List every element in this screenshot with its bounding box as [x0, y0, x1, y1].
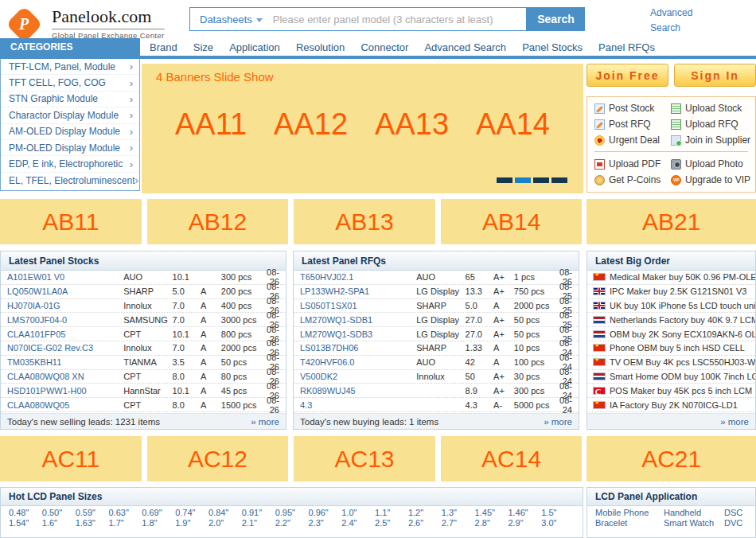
- size-link[interactable]: 1.63": [76, 518, 109, 528]
- search-category-dropdown[interactable]: Datasheets: [190, 14, 267, 25]
- size-link[interactable]: 1.8": [142, 518, 175, 528]
- size-link[interactable]: 0.69": [142, 508, 175, 517]
- nav-link[interactable]: Application: [229, 41, 280, 53]
- quick-link[interactable]: Join in Supplier: [671, 134, 750, 146]
- size-link[interactable]: 1.5": [541, 508, 575, 517]
- size-link[interactable]: 0.48": [9, 508, 42, 517]
- size-link[interactable]: 1.7": [108, 518, 142, 528]
- nav-link[interactable]: Size: [193, 41, 213, 53]
- nav-link[interactable]: Panel RFQs: [598, 41, 655, 53]
- slide-indicator[interactable]: [497, 177, 512, 183]
- model-link[interactable]: LS050T1SX01: [300, 301, 416, 310]
- ad-banner[interactable]: AC12: [147, 436, 289, 481]
- more-link[interactable]: » more: [544, 417, 572, 427]
- quick-link[interactable]: Upload Photo: [671, 158, 750, 170]
- sidebar-category-item[interactable]: STN Graphic Module ›: [1, 92, 139, 107]
- big-order-item[interactable]: TV OEM Buy 4K pcs LSC550HJ03-W: [587, 356, 755, 370]
- size-link[interactable]: 2.1": [242, 518, 275, 528]
- quick-link[interactable]: Post Stock: [594, 103, 671, 114]
- application-link[interactable]: Bracelet: [595, 518, 664, 528]
- model-link[interactable]: HSD101PWW1-H00: [7, 386, 123, 396]
- model-link[interactable]: CLAA101FP05: [7, 329, 123, 339]
- model-link[interactable]: T420HVF06.0: [300, 357, 416, 367]
- quick-link[interactable]: Upgrade to VIP: [671, 174, 750, 185]
- size-link[interactable]: 0.84": [208, 508, 242, 517]
- big-order-item[interactable]: Medical Maker buy 50K 0.96 PM-OLED: [587, 271, 755, 285]
- application-link[interactable]: DSC: [724, 508, 742, 517]
- model-link[interactable]: LM270WQ1-SDB1: [300, 315, 416, 325]
- sidebar-category-item[interactable]: TFT CELL, FOG, COG ›: [1, 75, 139, 91]
- size-link[interactable]: 2.7": [442, 518, 475, 528]
- more-link[interactable]: » more: [251, 417, 279, 427]
- size-link[interactable]: 2.4": [341, 518, 375, 528]
- model-link[interactable]: V500DK2: [300, 372, 416, 381]
- model-link[interactable]: LQ050W1LA0A: [7, 287, 123, 296]
- model-link[interactable]: CLAA080WQ08 XN: [7, 372, 123, 381]
- size-link[interactable]: 0.59": [76, 508, 109, 517]
- big-order-item[interactable]: Netherlands Factory buy 40K 9.7 LCM: [587, 313, 755, 327]
- size-link[interactable]: 1.46": [508, 508, 541, 517]
- size-link[interactable]: 1.6": [42, 518, 76, 528]
- nav-link[interactable]: Connector: [360, 41, 408, 53]
- nav-link[interactable]: Resolution: [296, 41, 345, 53]
- size-link[interactable]: 2.0": [208, 518, 242, 528]
- sidebar-category-item[interactable]: EL, TFEL, Electroluminescent ›: [1, 173, 139, 189]
- banner-slot[interactable]: AA14: [476, 107, 550, 142]
- model-link[interactable]: CLAA080WQ05: [7, 400, 123, 410]
- model-link[interactable]: HJ070IA-01G: [7, 301, 123, 310]
- model-link[interactable]: LP133WH2-SPA1: [300, 287, 416, 296]
- model-link[interactable]: LM270WQ1-SDB3: [300, 329, 416, 339]
- application-link[interactable]: Mobile Phone: [595, 508, 664, 517]
- ad-banner[interactable]: AC11: [0, 436, 142, 481]
- search-button[interactable]: Search: [527, 7, 585, 31]
- model-link[interactable]: 4.3: [300, 400, 416, 410]
- ad-banner[interactable]: AB11: [0, 199, 142, 244]
- application-link[interactable]: Handheld: [664, 508, 724, 517]
- ad-banner[interactable]: AB12: [147, 199, 289, 244]
- model-link[interactable]: N070ICE-G02 Rev.C3: [7, 343, 123, 353]
- big-order-item[interactable]: OBM buy 2K Sony ECX109AKN-6 OLED: [587, 327, 755, 341]
- more-link[interactable]: » more: [720, 417, 749, 427]
- big-order-item[interactable]: IPC Maker buy 2.5K G121SN01 V3: [587, 285, 755, 299]
- application-link[interactable]: DVC: [724, 518, 742, 528]
- search-input[interactable]: [267, 14, 526, 25]
- quick-link[interactable]: Get P-Coins: [594, 174, 671, 185]
- ad-banner[interactable]: AB14: [441, 199, 583, 244]
- big-order-item[interactable]: UK buy 10K iPhone 5s LCD touch unit: [587, 299, 755, 314]
- size-link[interactable]: 2.9": [508, 518, 541, 528]
- ad-banner[interactable]: AC14: [441, 436, 583, 481]
- size-link[interactable]: 1.3": [442, 508, 475, 517]
- size-link[interactable]: 2.5": [375, 518, 408, 528]
- banner-slot[interactable]: AA12: [274, 107, 348, 142]
- join-free-button[interactable]: Join Free: [586, 64, 668, 87]
- application-link[interactable]: Smart Watch: [664, 518, 724, 528]
- size-link[interactable]: 0.50": [42, 508, 76, 517]
- big-order-item[interactable]: POS Maker buy 45K pcs 5 inch LCM: [587, 384, 755, 398]
- nav-link[interactable]: Brand: [150, 41, 177, 53]
- size-link[interactable]: 3.0": [541, 518, 575, 528]
- size-link[interactable]: 2.3": [308, 518, 341, 528]
- advanced-search-link[interactable]: Advanced Search: [650, 6, 703, 35]
- ad-banner[interactable]: AC21: [586, 436, 756, 481]
- big-order-item[interactable]: Smart Home ODM buy 100K 7inch LCD: [587, 370, 755, 384]
- slide-indicator[interactable]: [515, 177, 531, 183]
- nav-link[interactable]: Advanced Search: [424, 41, 506, 53]
- sidebar-category-item[interactable]: AM-OLED Display Module ›: [1, 124, 139, 140]
- big-order-item[interactable]: IA Factory Buy 2K N070ICG-LD1: [587, 398, 755, 412]
- model-link[interactable]: LMS700JF04-0: [7, 315, 123, 325]
- model-link[interactable]: T650HVJ02.1: [300, 272, 416, 282]
- quick-link[interactable]: Upload PDF: [594, 158, 671, 170]
- banner-slot[interactable]: AA13: [375, 107, 449, 142]
- size-link[interactable]: 1.1": [375, 508, 408, 517]
- model-link[interactable]: LS013B7DH06: [300, 343, 416, 353]
- slide-indicator[interactable]: [533, 177, 549, 183]
- nav-link[interactable]: Panel Stocks: [522, 41, 583, 53]
- size-link[interactable]: 2.6": [408, 518, 442, 528]
- ad-banner[interactable]: AB21: [586, 199, 756, 244]
- sidebar-category-item[interactable]: EDP, E ink, Electrophoretic ›: [1, 156, 139, 172]
- model-link[interactable]: A101EW01 V0: [7, 272, 123, 282]
- size-link[interactable]: 1.9": [175, 518, 208, 528]
- slide-indicator[interactable]: [551, 177, 567, 183]
- size-link[interactable]: 1.45": [475, 508, 509, 517]
- size-link[interactable]: 2.2": [275, 518, 309, 528]
